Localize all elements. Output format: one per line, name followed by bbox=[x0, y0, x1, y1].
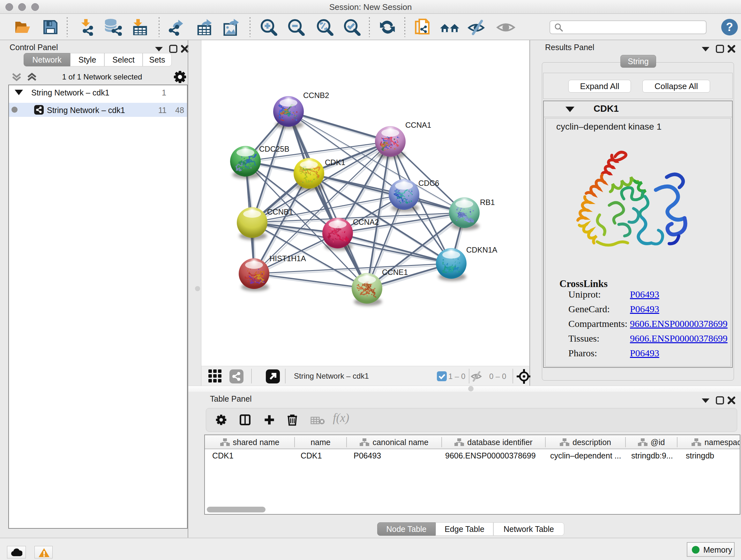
svg-text:CDKN1A: CDKN1A bbox=[466, 246, 497, 254]
svg-text:CDK1: CDK1 bbox=[325, 158, 345, 167]
svg-text:?: ? bbox=[726, 20, 733, 34]
svg-text:RB1: RB1 bbox=[480, 198, 495, 206]
svg-text:HIST1H1A: HIST1H1A bbox=[269, 254, 306, 263]
svg-text:CDC6: CDC6 bbox=[418, 179, 439, 187]
svg-text:CCNA1: CCNA1 bbox=[405, 121, 431, 129]
svg-text:CCNB2: CCNB2 bbox=[303, 91, 329, 100]
svg-text:CCNA2: CCNA2 bbox=[353, 218, 379, 226]
svg-text:CDC25B: CDC25B bbox=[259, 145, 289, 153]
svg-text:CCNE1: CCNE1 bbox=[382, 268, 408, 276]
svg-text:CCNB1: CCNB1 bbox=[267, 207, 293, 216]
